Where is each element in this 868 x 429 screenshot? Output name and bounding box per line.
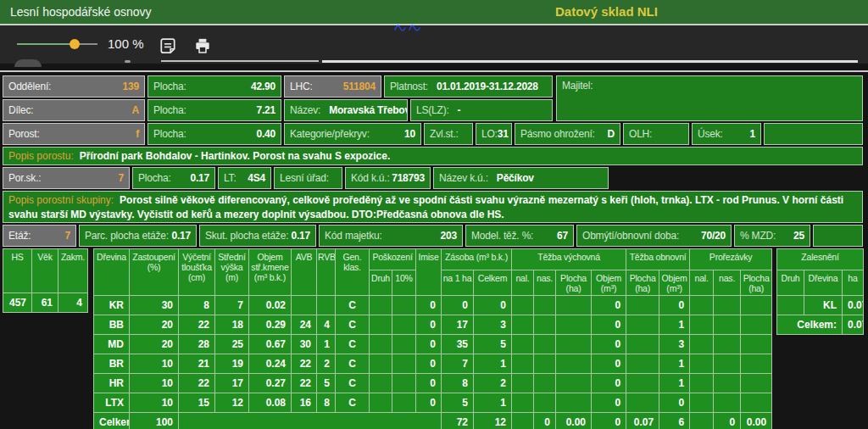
table-cell (690, 354, 714, 374)
field-parc-plocha-etaze: Parc. plocha etáže:0.17 (79, 225, 197, 247)
table-cell (556, 296, 592, 315)
table-cell: 12 (215, 393, 249, 413)
column-header-plocha-ha: Plocha (ha) (626, 270, 659, 296)
table-cell: 0 (592, 393, 626, 413)
lho-app-window: Lesní hospodářské osnovy Datový sklad NL… (0, 0, 868, 429)
panel-handle[interactable] (14, 59, 42, 67)
table-cell (392, 315, 416, 335)
field-value: 4S4 (248, 172, 265, 184)
table-cell (370, 335, 392, 354)
table-cell: 0.29 (249, 315, 292, 335)
column-header-nal: nal. (512, 270, 534, 296)
scrollbar-dot[interactable] (125, 60, 131, 63)
zoom-level-label: 100 % (108, 36, 144, 51)
field-value: 0.17 (291, 230, 310, 242)
table-cell (714, 374, 741, 393)
field-label: LS(LZ): (416, 104, 449, 116)
table-cell: 8 (442, 374, 474, 393)
table-cell: 10 (130, 374, 179, 393)
header-row: DruhDřevinaha (777, 270, 864, 296)
field-plocha: Plocha:0.17 (132, 167, 215, 189)
horizontal-scrollbar-right[interactable] (322, 60, 858, 63)
table-cell: 72 (442, 413, 474, 429)
notes-button[interactable] (157, 36, 179, 58)
table-cell: KL (804, 296, 843, 315)
field-plocha: Plocha:42.90 (147, 75, 281, 98)
zoom-slider-knob[interactable] (70, 39, 80, 49)
table-cell (741, 354, 772, 374)
table-cell (690, 393, 714, 413)
table-cell: 0 (416, 393, 442, 413)
table-cell: 61 (32, 293, 58, 313)
table-cell: 8 (317, 393, 336, 413)
table-cell: 22 (292, 374, 317, 393)
table-cell (534, 296, 556, 315)
print-button[interactable] (192, 36, 214, 58)
table-cell: 0 (592, 335, 626, 354)
table-cell: 0 (592, 315, 626, 335)
column-header-nal: nal. (690, 270, 714, 296)
column-header-nas: nas. (534, 270, 556, 296)
table-cell: C (336, 393, 370, 413)
table-cell (512, 393, 534, 413)
table-cell (370, 315, 392, 335)
table-row: KR30870.02C00000 (94, 296, 772, 315)
field-nazev: Název:Moravská Třebová (284, 99, 408, 121)
field-value: 25 (793, 230, 804, 242)
popis-porostu-label: Popis porostu: (8, 150, 74, 162)
field-value: 01.01.2019-31.12.2028 (437, 81, 538, 92)
table-cell (741, 393, 772, 413)
field-value: 1 (750, 128, 755, 140)
table-cell: C (336, 354, 370, 374)
table-cell: 5 (317, 374, 336, 393)
table-cell: 457 (3, 293, 32, 313)
column-header-tezba-obnovni: Těžba obnovní (626, 249, 690, 270)
table-cell: 3 (659, 335, 690, 354)
table-cell (370, 393, 392, 413)
field-dilec: Dílec:A (3, 99, 145, 121)
table-cell (690, 413, 714, 429)
field-kod-k-u: Kód k.ú.:718793 (345, 167, 431, 189)
table-cell (626, 393, 659, 413)
table-cell: 0 (474, 296, 512, 315)
table-cell: 22 (179, 374, 215, 393)
table-cell (392, 354, 416, 374)
field-olh: OLH: (623, 123, 689, 145)
table-cell: 25 (215, 335, 249, 354)
table-cell (714, 393, 741, 413)
table-cell: C (336, 315, 370, 335)
table-cell: 17 (442, 315, 474, 335)
field-value: Moravská Třebová (329, 104, 408, 116)
table-cell: Celkem: (94, 413, 130, 429)
table-cell (392, 374, 416, 393)
table-cell: 0.67 (249, 335, 292, 354)
column-header-rvb: RVB (317, 249, 336, 296)
column-header-zalesneni: Zalesnění (777, 249, 864, 270)
column-header-plocha-ha: Plocha (ha) (741, 270, 772, 296)
field-value: 139 (123, 81, 139, 92)
field-skut-plocha-etaze: Skut. plocha etáže:0.17 (199, 225, 316, 247)
table-row: BR1021190.24222C07101 (94, 354, 772, 374)
column-header-imise: Imise (416, 249, 442, 296)
table-row: 457614 (3, 293, 88, 313)
popis-skupiny-label: Popis porostní skupiny: (8, 194, 114, 206)
table-cell (534, 315, 556, 335)
table-cell: 0.02 (249, 296, 292, 315)
table-cell: 5 (442, 393, 474, 413)
table-cell: 0 (416, 335, 442, 354)
table-cell: 7 (442, 354, 474, 374)
handwritten-annotation (393, 21, 427, 33)
table-cell: 24 (292, 315, 317, 335)
field-label: Oddělení: (8, 81, 51, 92)
field-value: 31 (498, 128, 509, 140)
table-cell: BR (94, 354, 130, 374)
table-cell (392, 393, 416, 413)
table-cell: 0.08 (249, 393, 292, 413)
column-header-zakm: Zakm. (58, 249, 88, 293)
field-mzd: % MZD:25 (734, 225, 810, 247)
column-header-plocha-ha: Plocha (ha) (556, 270, 592, 296)
horizontal-scrollbar-left[interactable] (161, 60, 319, 62)
table-cell: 0.07 (626, 413, 659, 429)
field-value: 718793 (392, 172, 425, 184)
zalesneni-table: ZalesněníDruhDřevinahaKL0.07Celkem:0.07 (776, 248, 864, 335)
